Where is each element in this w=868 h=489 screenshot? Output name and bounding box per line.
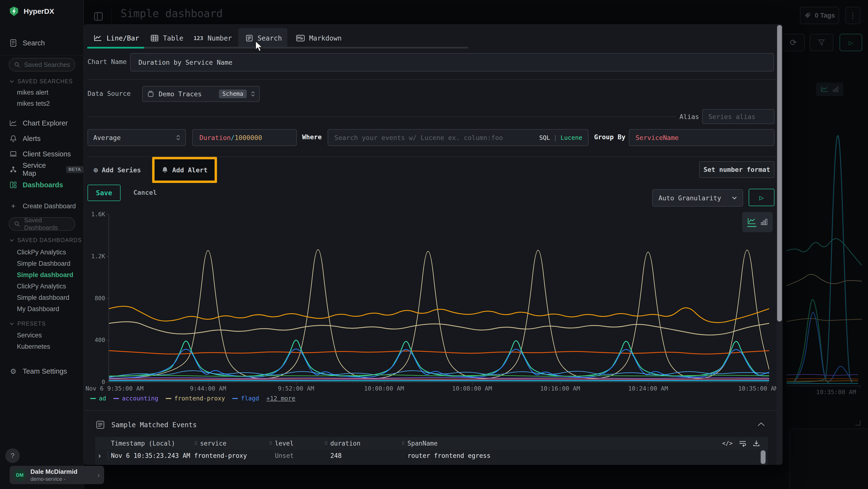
col-level[interactable]: ⠿level: [269, 437, 294, 450]
tab-markdown[interactable]: Markdown: [296, 29, 342, 47]
col-timestamp[interactable]: Timestamp (Local): [111, 437, 175, 450]
wrap-text-icon[interactable]: [739, 440, 746, 447]
service-map-icon: [9, 166, 18, 173]
sidebar-item-team-settings[interactable]: ⚙ Team Settings: [0, 366, 84, 376]
event-row[interactable]: › Nov 6 10:35:23.243 AM frontend-proxy U…: [95, 461, 768, 465]
select-chevrons-icon: [176, 135, 180, 140]
run-query-button[interactable]: ▷: [840, 34, 862, 51]
set-number-format-button[interactable]: Set number format: [699, 161, 774, 178]
resize-handle-icon: [856, 421, 861, 426]
table-scrollbar-thumb[interactable]: [761, 450, 766, 464]
tab-label: Table: [163, 34, 183, 42]
page-title: Simple dashboard: [121, 7, 223, 20]
sql-toggle[interactable]: SQL: [539, 134, 550, 141]
sidebar-item-client-sessions[interactable]: Client Sessions: [0, 149, 84, 159]
sidebar-item-alerts[interactable]: Alerts: [0, 133, 84, 144]
saved-dashboards-input[interactable]: Saved Dashboards: [9, 217, 75, 231]
presets-group[interactable]: PRESETS: [10, 320, 46, 327]
tab-line-bar[interactable]: Line/Bar: [94, 29, 139, 47]
group-by-input[interactable]: ServiceName: [629, 129, 774, 146]
saved-searches-group[interactable]: SAVED SEARCHES: [10, 78, 73, 85]
legend-item[interactable]: flagd: [232, 395, 259, 402]
saved-searches-input[interactable]: Saved Searches: [9, 58, 75, 71]
expand-row-icon[interactable]: ›: [97, 450, 102, 461]
legend-more-link[interactable]: +12 more: [267, 395, 296, 402]
sidebar-item-label: Search: [23, 39, 45, 47]
refresh-button[interactable]: ⟳: [782, 34, 805, 51]
saved-dashboards-group[interactable]: SAVED DASHBOARDS: [10, 237, 82, 243]
col-duration[interactable]: ⠿duration: [324, 437, 361, 450]
download-icon[interactable]: [753, 440, 760, 447]
saved-search-item[interactable]: mikes tets2: [17, 100, 50, 107]
play-icon: ▷: [849, 38, 853, 47]
help-button[interactable]: ?: [5, 449, 20, 463]
lucene-toggle[interactable]: Lucene: [561, 134, 582, 141]
alias-input[interactable]: [702, 109, 774, 124]
legend-item[interactable]: frontend-proxy: [166, 395, 225, 402]
cancel-button[interactable]: Cancel: [133, 189, 157, 196]
chart-name-value[interactable]: [138, 58, 766, 66]
legend-item[interactable]: ad: [90, 395, 106, 402]
alias-placeholder[interactable]: [708, 113, 769, 121]
data-source-select[interactable]: Demo Traces Schema: [142, 86, 260, 102]
mouse-cursor: [253, 40, 265, 54]
sidebar-item-label: Team Settings: [23, 367, 67, 375]
plus-icon: +: [9, 202, 18, 210]
dashboard-item[interactable]: Simple dashboard: [17, 294, 69, 301]
group-label: PRESETS: [18, 320, 46, 327]
sidebar-item-dashboards[interactable]: Dashboards: [0, 179, 84, 190]
preset-item[interactable]: Kubernetes: [17, 343, 50, 350]
saved-search-item[interactable]: mikes alert: [17, 89, 49, 96]
dashboard-item[interactable]: My Dashboard: [17, 305, 59, 313]
preset-item[interactable]: Services: [17, 332, 42, 339]
granularity-select[interactable]: Auto Granularity: [652, 189, 743, 207]
create-dashboard-label: Create Dashboard: [23, 202, 76, 210]
modal-scrollbar-thumb[interactable]: [777, 25, 782, 321]
user-menu[interactable]: DM Dale McDiarmid demo-service - ›: [10, 466, 104, 484]
sidebar-item-search[interactable]: Search: [0, 38, 84, 48]
dashboard-item[interactable]: Simple Dashboard: [17, 260, 70, 267]
add-alert-highlight: Add Alert: [152, 157, 217, 183]
cell-duration: 248: [330, 461, 342, 465]
event-row[interactable]: › Nov 6 10:35:23.243 AM frontend-proxy U…: [95, 450, 768, 461]
filter-button[interactable]: [810, 34, 833, 51]
sidebar-item-chart-explorer[interactable]: Chart Explorer: [0, 118, 84, 128]
tabs-underline: [87, 47, 468, 49]
create-dashboard-button[interactable]: + Create Dashboard: [0, 201, 84, 211]
where-placeholder[interactable]: [334, 134, 536, 142]
tab-number[interactable]: 123 Number: [194, 29, 232, 47]
bg-panel: [789, 429, 868, 489]
col-service[interactable]: ⠿service: [194, 437, 226, 450]
schema-badge[interactable]: Schema: [219, 90, 247, 98]
collapse-sidebar-button[interactable]: [94, 11, 103, 22]
page-menu-button[interactable]: ⋮: [845, 7, 860, 24]
tags-button[interactable]: 0 Tags: [800, 7, 839, 24]
sample-events-title: Sample Matched Events: [112, 421, 197, 429]
where-search-input[interactable]: SQL | Lucene: [328, 129, 589, 146]
chart-name-input[interactable]: [130, 53, 774, 71]
code-view-icon[interactable]: </>: [722, 440, 733, 447]
data-source-label: Data Source: [88, 90, 131, 97]
bell-icon: [161, 166, 168, 174]
lang-separator: |: [554, 134, 557, 141]
preview-chart[interactable]: 04008001.2K1.6KNov 6 9:35:00 AM9:44:00 A…: [108, 214, 769, 382]
aggregation-select[interactable]: Average: [88, 129, 186, 146]
legend-label: flagd: [241, 395, 259, 402]
dashboard-item[interactable]: ClickPy Analytics: [17, 283, 66, 290]
legend-item[interactable]: accounting: [113, 395, 158, 402]
beta-badge: BETA: [66, 166, 84, 173]
sidebar-item-service-map[interactable]: Service Map BETA: [0, 164, 84, 175]
col-spanname[interactable]: ⠿SpanName: [401, 437, 438, 450]
tab-table[interactable]: Table: [151, 29, 183, 47]
brand[interactable]: HyperDX: [9, 6, 54, 17]
add-series-button[interactable]: ⊕ Add Series: [94, 162, 141, 178]
run-preview-button[interactable]: ▷: [749, 189, 774, 206]
collapse-events-button[interactable]: [757, 422, 765, 427]
dashboard-item[interactable]: ClickPy Analytics: [17, 249, 66, 256]
field-expression-input[interactable]: Duration/1000000: [192, 129, 297, 146]
data-source-value: Demo Traces: [159, 90, 202, 98]
add-alert-button[interactable]: Add Alert: [161, 166, 207, 174]
dashboard-item-active[interactable]: Simple dashboard: [17, 271, 73, 279]
save-button[interactable]: Save: [88, 185, 121, 201]
expand-row-icon[interactable]: ›: [97, 461, 102, 465]
